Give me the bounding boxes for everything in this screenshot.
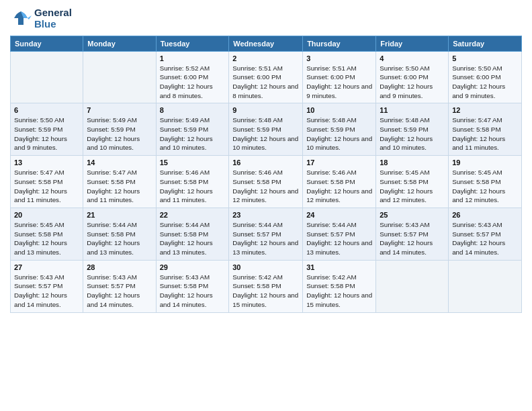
day-header-wednesday: Wednesday (229, 36, 303, 51)
calendar: SundayMondayTuesdayWednesdayThursdayFrid… (10, 36, 522, 313)
calendar-cell: 5Sunrise: 5:50 AM Sunset: 6:00 PM Daylig… (449, 51, 522, 103)
day-number: 28 (87, 263, 152, 271)
day-info: Sunrise: 5:43 AM Sunset: 5:57 PM Dayligh… (380, 220, 445, 257)
calendar-cell: 3Sunrise: 5:51 AM Sunset: 6:00 PM Daylig… (303, 51, 376, 103)
day-header-monday: Monday (83, 36, 156, 51)
calendar-cell: 12Sunrise: 5:47 AM Sunset: 5:58 PM Dayli… (449, 103, 522, 156)
day-info: Sunrise: 5:43 AM Sunset: 5:57 PM Dayligh… (87, 273, 152, 310)
day-number: 23 (232, 211, 299, 219)
day-number: 26 (452, 211, 518, 219)
day-info: Sunrise: 5:48 AM Sunset: 5:59 PM Dayligh… (232, 116, 299, 152)
calendar-cell: 4Sunrise: 5:50 AM Sunset: 6:00 PM Daylig… (376, 51, 449, 103)
day-info: Sunrise: 5:48 AM Sunset: 5:59 PM Dayligh… (306, 116, 372, 152)
day-number: 9 (232, 106, 299, 114)
day-info: Sunrise: 5:42 AM Sunset: 5:58 PM Dayligh… (232, 273, 299, 310)
day-number: 14 (87, 158, 152, 167)
calendar-cell: 10Sunrise: 5:48 AM Sunset: 5:59 PM Dayli… (303, 103, 376, 156)
day-info: Sunrise: 5:43 AM Sunset: 5:57 PM Dayligh… (14, 273, 79, 310)
page: General Blue SundayMondayTuesdayWednesda… (0, 0, 532, 411)
day-number: 8 (160, 106, 226, 114)
day-info: Sunrise: 5:45 AM Sunset: 5:58 PM Dayligh… (452, 168, 518, 205)
day-number: 17 (306, 158, 372, 167)
day-info: Sunrise: 5:52 AM Sunset: 6:00 PM Dayligh… (160, 64, 226, 101)
day-info: Sunrise: 5:44 AM Sunset: 5:58 PM Dayligh… (87, 220, 152, 257)
day-number: 13 (14, 158, 79, 167)
calendar-cell (11, 51, 83, 103)
week-row-4: 20Sunrise: 5:45 AM Sunset: 5:58 PM Dayli… (11, 208, 522, 260)
day-info: Sunrise: 5:48 AM Sunset: 5:59 PM Dayligh… (380, 116, 445, 152)
logo-text-block: General Blue (34, 7, 72, 30)
day-info: Sunrise: 5:44 AM Sunset: 5:57 PM Dayligh… (306, 220, 372, 257)
calendar-cell: 23Sunrise: 5:44 AM Sunset: 5:57 PM Dayli… (229, 208, 303, 260)
calendar-cell: 13Sunrise: 5:47 AM Sunset: 5:58 PM Dayli… (11, 156, 83, 208)
calendar-cell: 11Sunrise: 5:48 AM Sunset: 5:59 PM Dayli… (376, 103, 449, 156)
calendar-cell: 14Sunrise: 5:47 AM Sunset: 5:58 PM Dayli… (83, 156, 156, 208)
day-info: Sunrise: 5:51 AM Sunset: 6:00 PM Dayligh… (306, 64, 372, 101)
day-info: Sunrise: 5:45 AM Sunset: 5:58 PM Dayligh… (14, 220, 79, 257)
logo-line1: General (34, 7, 72, 18)
calendar-cell: 26Sunrise: 5:43 AM Sunset: 5:57 PM Dayli… (449, 208, 522, 260)
day-number: 7 (87, 106, 152, 114)
calendar-cell: 29Sunrise: 5:43 AM Sunset: 5:58 PM Dayli… (156, 260, 229, 312)
calendar-cell: 2Sunrise: 5:51 AM Sunset: 6:00 PM Daylig… (229, 51, 303, 103)
day-number: 3 (306, 54, 372, 62)
day-info: Sunrise: 5:50 AM Sunset: 6:00 PM Dayligh… (380, 64, 445, 101)
day-number: 18 (380, 158, 445, 167)
logo: General Blue (10, 7, 72, 30)
calendar-cell: 16Sunrise: 5:46 AM Sunset: 5:58 PM Dayli… (229, 156, 303, 208)
week-row-1: 1Sunrise: 5:52 AM Sunset: 6:00 PM Daylig… (11, 51, 522, 103)
calendar-cell: 6Sunrise: 5:50 AM Sunset: 5:59 PM Daylig… (11, 103, 83, 156)
day-header-friday: Friday (376, 36, 449, 51)
day-number: 21 (87, 211, 152, 219)
calendar-cell: 7Sunrise: 5:49 AM Sunset: 5:59 PM Daylig… (83, 103, 156, 156)
calendar-cell: 1Sunrise: 5:52 AM Sunset: 6:00 PM Daylig… (156, 51, 229, 103)
day-number: 31 (306, 263, 372, 271)
calendar-cell: 17Sunrise: 5:46 AM Sunset: 5:58 PM Dayli… (303, 156, 376, 208)
day-number: 25 (380, 211, 445, 219)
day-info: Sunrise: 5:43 AM Sunset: 5:58 PM Dayligh… (160, 273, 226, 310)
day-number: 1 (160, 54, 226, 62)
calendar-cell: 25Sunrise: 5:43 AM Sunset: 5:57 PM Dayli… (376, 208, 449, 260)
calendar-cell: 30Sunrise: 5:42 AM Sunset: 5:58 PM Dayli… (229, 260, 303, 312)
day-info: Sunrise: 5:47 AM Sunset: 5:58 PM Dayligh… (87, 168, 152, 205)
day-info: Sunrise: 5:44 AM Sunset: 5:57 PM Dayligh… (232, 220, 299, 257)
day-number: 2 (232, 54, 299, 62)
calendar-cell: 8Sunrise: 5:49 AM Sunset: 5:59 PM Daylig… (156, 103, 229, 156)
day-number: 19 (452, 158, 518, 167)
week-row-3: 13Sunrise: 5:47 AM Sunset: 5:58 PM Dayli… (11, 156, 522, 208)
calendar-cell: 21Sunrise: 5:44 AM Sunset: 5:58 PM Dayli… (83, 208, 156, 260)
calendar-cell: 24Sunrise: 5:44 AM Sunset: 5:57 PM Dayli… (303, 208, 376, 260)
day-number: 16 (232, 158, 299, 167)
day-info: Sunrise: 5:49 AM Sunset: 5:59 PM Dayligh… (160, 116, 226, 152)
calendar-cell: 20Sunrise: 5:45 AM Sunset: 5:58 PM Dayli… (11, 208, 83, 260)
day-number: 27 (14, 263, 79, 271)
day-info: Sunrise: 5:51 AM Sunset: 6:00 PM Dayligh… (232, 64, 299, 101)
calendar-cell: 22Sunrise: 5:44 AM Sunset: 5:58 PM Dayli… (156, 208, 229, 260)
day-info: Sunrise: 5:47 AM Sunset: 5:58 PM Dayligh… (14, 168, 79, 205)
logo-line2: Blue (34, 18, 72, 30)
day-header-sunday: Sunday (11, 36, 83, 51)
day-header-tuesday: Tuesday (156, 36, 229, 51)
calendar-cell: 27Sunrise: 5:43 AM Sunset: 5:57 PM Dayli… (11, 260, 83, 312)
day-number: 24 (306, 211, 372, 219)
calendar-cell: 9Sunrise: 5:48 AM Sunset: 5:59 PM Daylig… (229, 103, 303, 156)
calendar-cell: 31Sunrise: 5:42 AM Sunset: 5:58 PM Dayli… (303, 260, 376, 312)
day-number: 15 (160, 158, 226, 167)
day-header-saturday: Saturday (449, 36, 522, 51)
calendar-cell: 28Sunrise: 5:43 AM Sunset: 5:57 PM Dayli… (83, 260, 156, 312)
calendar-cell: 15Sunrise: 5:46 AM Sunset: 5:58 PM Dayli… (156, 156, 229, 208)
day-info: Sunrise: 5:42 AM Sunset: 5:58 PM Dayligh… (306, 273, 372, 310)
day-number: 20 (14, 211, 79, 219)
calendar-header-row: SundayMondayTuesdayWednesdayThursdayFrid… (11, 36, 522, 51)
day-number: 12 (452, 106, 518, 114)
day-info: Sunrise: 5:49 AM Sunset: 5:59 PM Dayligh… (87, 116, 152, 152)
day-info: Sunrise: 5:46 AM Sunset: 5:58 PM Dayligh… (232, 168, 299, 205)
calendar-cell: 18Sunrise: 5:45 AM Sunset: 5:58 PM Dayli… (376, 156, 449, 208)
header: General Blue (10, 7, 522, 30)
day-number: 6 (14, 106, 79, 114)
day-info: Sunrise: 5:43 AM Sunset: 5:57 PM Dayligh… (452, 220, 518, 257)
calendar-cell (376, 260, 449, 312)
day-number: 4 (380, 54, 445, 62)
day-number: 5 (452, 54, 518, 62)
day-info: Sunrise: 5:46 AM Sunset: 5:58 PM Dayligh… (306, 168, 372, 205)
